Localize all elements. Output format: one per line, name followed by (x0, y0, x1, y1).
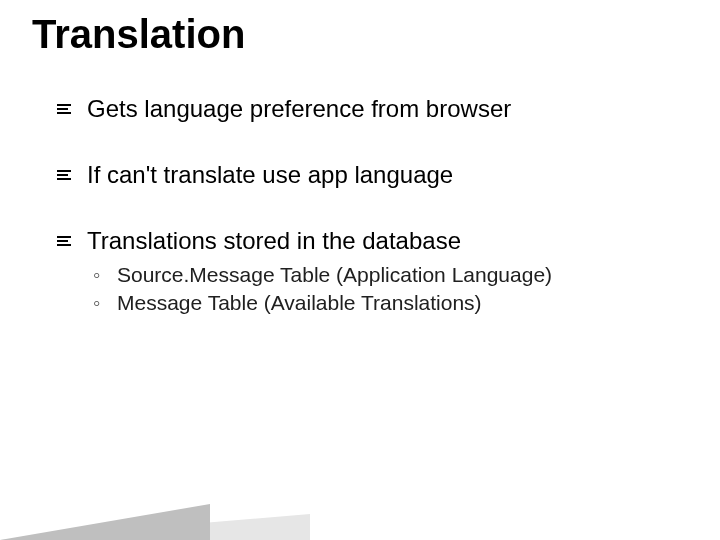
slide-body: Gets language preference from browser If… (55, 95, 665, 321)
decor-wedge-dark (0, 504, 210, 540)
bullet-item: Gets language preference from browser (55, 95, 665, 123)
sub-bullet-text: Message Table (Available Translations) (117, 291, 482, 314)
bullet-text: Translations stored in the database (87, 227, 461, 254)
bullet-text: Gets language preference from browser (87, 95, 511, 122)
sub-list: Source.Message Table (Application Langua… (87, 261, 665, 317)
sub-bullet-text: Source.Message Table (Application Langua… (117, 263, 552, 286)
sub-bullet-item: Source.Message Table (Application Langua… (87, 261, 665, 289)
bullet-item: Translations stored in the database Sour… (55, 227, 665, 317)
slide-title: Translation (32, 12, 245, 57)
sub-bullet-item: Message Table (Available Translations) (87, 289, 665, 317)
bullet-text: If can't translate use app language (87, 161, 453, 188)
bullet-item: If can't translate use app language (55, 161, 665, 189)
